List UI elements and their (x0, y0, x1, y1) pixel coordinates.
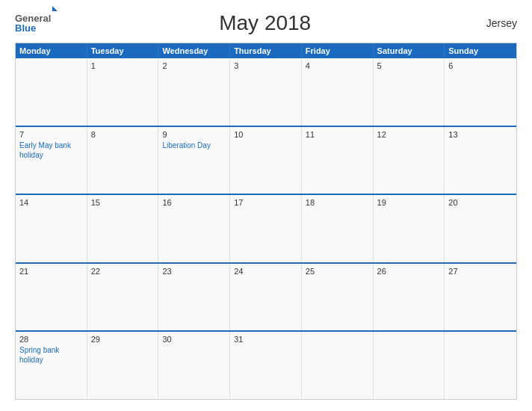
day-number: 7 (19, 130, 83, 139)
week-5: 28Spring bank holiday293031 (16, 330, 516, 399)
week-4: 21222324252627 (16, 262, 516, 331)
day-number: 11 (306, 130, 369, 139)
day-number: 4 (306, 61, 369, 70)
day-number: 1 (91, 61, 155, 70)
cell-w1-d7: 6 (445, 58, 516, 126)
week-2: 7Early May bank holiday89Liberation Day1… (16, 126, 516, 194)
day-event: Liberation Day (162, 140, 226, 150)
cell-w2-d3: 9Liberation Day (158, 127, 230, 194)
day-number: 6 (448, 61, 513, 70)
day-number: 29 (91, 335, 155, 344)
logo-triangle-icon (52, 6, 58, 11)
day-number: 27 (448, 267, 513, 276)
cell-w4-d1: 21 (16, 264, 87, 331)
logo-blue-text: Blue (15, 23, 58, 33)
cell-w2-d7: 13 (445, 127, 516, 194)
day-number: 9 (162, 130, 226, 139)
cell-w1-d4: 3 (230, 58, 302, 126)
day-number: 13 (448, 130, 513, 139)
header-monday: Monday (16, 43, 87, 58)
cell-w5-d7 (445, 332, 516, 399)
header-tuesday: Tuesday (87, 43, 159, 58)
day-number: 23 (162, 267, 226, 276)
cell-w5-d3: 30 (158, 332, 230, 399)
day-number: 14 (19, 198, 83, 207)
day-number: 22 (91, 267, 155, 276)
day-number: 21 (19, 267, 83, 276)
cell-w5-d4: 31 (230, 332, 302, 399)
header: General Blue May 2018 Jersey (15, 11, 517, 35)
day-number: 2 (162, 61, 226, 70)
day-event: Spring bank holiday (19, 345, 83, 365)
day-number: 24 (234, 267, 297, 276)
cell-w1-d6: 5 (374, 58, 445, 126)
cell-w1-d3: 2 (158, 58, 230, 126)
day-number: 17 (234, 198, 297, 207)
calendar-header: Monday Tuesday Wednesday Thursday Friday… (16, 43, 516, 58)
cell-w3-d1: 14 (16, 195, 87, 262)
page: General Blue May 2018 Jersey Monday Tues… (0, 0, 532, 411)
cell-w3-d6: 19 (374, 195, 445, 262)
day-number: 3 (234, 61, 297, 70)
cell-w4-d4: 24 (230, 264, 302, 331)
cell-w2-d2: 8 (87, 127, 159, 194)
day-number: 26 (377, 267, 441, 276)
region-label: Jersey (472, 17, 517, 29)
day-event: Early May bank holiday (19, 140, 83, 160)
day-number: 15 (91, 198, 155, 207)
cell-w4-d2: 22 (87, 264, 159, 331)
header-saturday: Saturday (374, 43, 445, 58)
day-number: 31 (234, 335, 297, 344)
day-number: 19 (377, 198, 441, 207)
day-number: 28 (19, 335, 83, 344)
cell-w5-d1: 28Spring bank holiday (16, 332, 87, 399)
cell-w4-d6: 26 (374, 264, 445, 331)
day-number: 10 (234, 130, 297, 139)
header-wednesday: Wednesday (158, 43, 230, 58)
day-number: 25 (306, 267, 369, 276)
week-1: 123456 (16, 58, 516, 126)
logo: General Blue (15, 13, 58, 33)
week-3: 14151617181920 (16, 194, 516, 262)
cell-w2-d5: 11 (302, 127, 374, 194)
header-friday: Friday (302, 43, 374, 58)
day-number: 8 (91, 130, 155, 139)
day-number: 12 (377, 130, 441, 139)
cell-w1-d1 (16, 58, 87, 126)
cell-w3-d4: 17 (230, 195, 302, 262)
day-number: 16 (162, 198, 226, 207)
header-sunday: Sunday (445, 43, 516, 58)
cell-w5-d6 (374, 332, 445, 399)
day-number: 5 (377, 61, 441, 70)
calendar-body: 1234567Early May bank holiday89Liberatio… (16, 58, 516, 399)
day-number: 30 (162, 335, 226, 344)
cell-w5-d5 (302, 332, 374, 399)
cell-w3-d5: 18 (302, 195, 374, 262)
cell-w1-d5: 4 (302, 58, 374, 126)
calendar-title: May 2018 (58, 11, 472, 35)
header-thursday: Thursday (230, 43, 302, 58)
cell-w3-d7: 20 (445, 195, 516, 262)
cell-w2-d4: 10 (230, 127, 302, 194)
cell-w4-d3: 23 (158, 264, 230, 331)
cell-w3-d3: 16 (158, 195, 230, 262)
cell-w3-d2: 15 (87, 195, 159, 262)
cell-w2-d6: 12 (374, 127, 445, 194)
cell-w2-d1: 7Early May bank holiday (16, 127, 87, 194)
calendar: Monday Tuesday Wednesday Thursday Friday… (15, 43, 517, 400)
day-number: 18 (306, 198, 369, 207)
cell-w4-d5: 25 (302, 264, 374, 331)
cell-w5-d2: 29 (87, 332, 159, 399)
day-number: 20 (448, 198, 513, 207)
cell-w1-d2: 1 (87, 58, 159, 126)
cell-w4-d7: 27 (445, 264, 516, 331)
